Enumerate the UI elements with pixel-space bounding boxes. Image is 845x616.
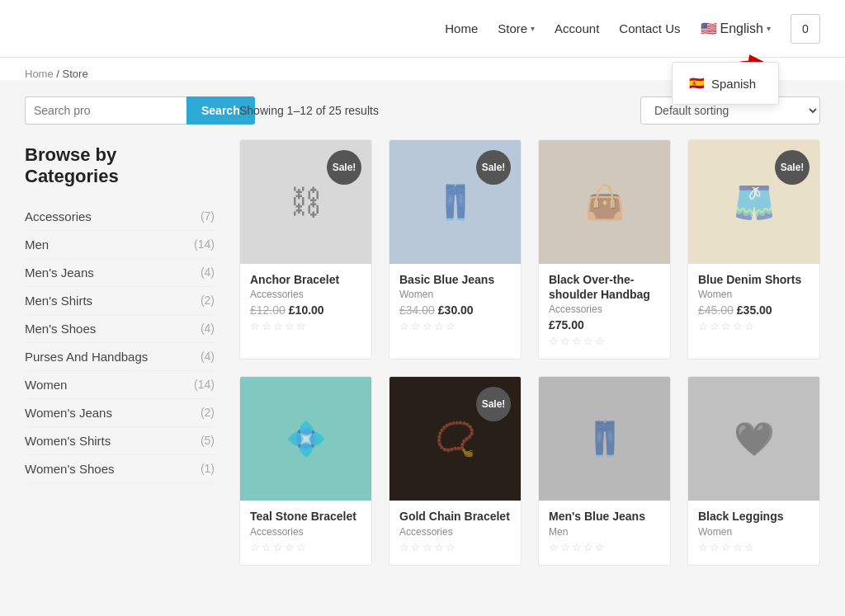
sidebar-item-mens-shoes[interactable]: Men's Shoes(4) (25, 315, 215, 343)
sidebar-item-accessories[interactable]: Accessories(7) (25, 203, 215, 231)
product-name: Gold Chain Bracelet (399, 509, 511, 524)
product-stars: ☆☆☆☆☆ (549, 335, 660, 347)
product-name: Black Over-the-shoulder Handbag (549, 272, 660, 302)
product-image: 🖤 (688, 377, 819, 501)
category-count: (5) (201, 434, 215, 447)
product-icon: 👖 (584, 420, 625, 458)
nav-store[interactable]: Store ▾ (498, 21, 535, 35)
product-info: Anchor Bracelet Accessories £12.00£10.00… (240, 264, 371, 344)
category-count: (1) (201, 462, 215, 475)
nav-account[interactable]: Account (555, 21, 599, 35)
price-new: £10.00 (289, 303, 324, 317)
category-list: Accessories(7)Men(14)Men's Jeans(4)Men's… (25, 203, 215, 483)
nav-contact[interactable]: Contact Us (619, 21, 680, 35)
category-count: (4) (201, 266, 215, 279)
product-icon: ⛓ (290, 184, 323, 221)
product-stars: ☆☆☆☆☆ (250, 320, 361, 332)
sidebar: Search Browse by Categories Accessories(… (25, 96, 215, 566)
product-info: Basic Blue Jeans Women £34.00£30.00 ☆☆☆☆… (389, 264, 521, 344)
category-count: (4) (201, 322, 215, 335)
category-label: Women's Jeans (25, 406, 112, 420)
product-category: Men (549, 526, 660, 538)
spanish-label: Spanish (711, 77, 756, 91)
price-new: £35.00 (737, 303, 772, 317)
sale-badge: Sale! (476, 150, 511, 185)
sidebar-item-womens-shoes[interactable]: Women's Shoes(1) (25, 455, 215, 483)
product-name: Men's Blue Jeans (549, 509, 660, 524)
sidebar-item-womens-jeans[interactable]: Women's Jeans(2) (25, 399, 215, 427)
product-grid: ⛓ Sale! Anchor Bracelet Accessories £12.… (239, 139, 820, 566)
language-popup: 🇪🇸 Spanish (672, 62, 779, 105)
store-chevron-icon: ▾ (531, 24, 535, 33)
product-stars: ☆☆☆☆☆ (399, 541, 511, 553)
product-icon: 📿 (435, 420, 476, 458)
breadcrumb-current: Store (63, 68, 88, 80)
price-new: £30.00 (438, 303, 474, 317)
product-category: Women (399, 289, 511, 300)
category-count: (7) (201, 209, 215, 223)
product-card-anchor-bracelet[interactable]: ⛓ Sale! Anchor Bracelet Accessories £12.… (239, 139, 372, 360)
current-language: English (720, 21, 763, 36)
breadcrumb-home[interactable]: Home (25, 68, 54, 80)
nav-home[interactable]: Home (445, 21, 478, 35)
search-input[interactable] (25, 96, 186, 125)
product-stars: ☆☆☆☆☆ (698, 541, 810, 553)
product-icon: 🖤 (734, 420, 775, 458)
sidebar-item-women[interactable]: Women(14) (25, 371, 215, 399)
price-old: £12.00 (250, 303, 286, 317)
search-bar: Search (25, 96, 215, 125)
category-count: (14) (194, 378, 215, 391)
product-card-black-handbag[interactable]: 👜 Black Over-the-shoulder Handbag Access… (538, 139, 671, 360)
product-name: Blue Denim Shorts (698, 272, 810, 287)
sidebar-item-purses[interactable]: Purses And Handbags(4) (25, 343, 215, 371)
product-icon: 🩳 (734, 183, 775, 222)
product-stars: ☆☆☆☆☆ (399, 320, 511, 332)
category-label: Men's Jeans (25, 266, 94, 280)
sale-badge: Sale! (775, 150, 810, 185)
product-category: Accessories (250, 289, 361, 300)
price-single: £75.00 (549, 318, 584, 332)
cart-count: 0 (802, 22, 809, 35)
category-label: Women's Shoes (25, 462, 114, 476)
spanish-flag: 🇪🇸 (689, 76, 705, 91)
sidebar-item-mens-shirts[interactable]: Men's Shirts(2) (25, 287, 215, 315)
product-category: Accessories (549, 303, 660, 315)
product-info: Teal Stone Bracelet Accessories ☆☆☆☆☆ (240, 501, 371, 564)
category-count: (4) (201, 350, 215, 363)
main-layout: Search Browse by Categories Accessories(… (0, 80, 845, 582)
product-stars: ☆☆☆☆☆ (549, 541, 660, 553)
sidebar-item-womens-shirts[interactable]: Women's Shirts(5) (25, 427, 215, 455)
product-card-blue-denim-shorts[interactable]: 🩳 Sale! Blue Denim Shorts Women £45.00£3… (687, 139, 820, 360)
lang-chevron-icon: ▾ (767, 24, 771, 33)
results-text: Showing 1–12 of 25 results (239, 104, 379, 117)
language-dropdown[interactable]: 🇺🇸 English ▾ 🇪🇸 Spanish (701, 21, 771, 36)
product-card-teal-bracelet[interactable]: 💠 Teal Stone Bracelet Accessories ☆☆☆☆☆ (239, 376, 372, 565)
product-category: Accessories (399, 526, 511, 538)
products-area: Showing 1–12 of 25 results Default sorti… (239, 96, 820, 566)
category-count: (14) (194, 237, 215, 251)
lang-option-spanish[interactable]: 🇪🇸 Spanish (689, 73, 762, 94)
category-count: (2) (201, 406, 215, 419)
product-category: Women (698, 289, 810, 300)
product-stars: ☆☆☆☆☆ (250, 541, 361, 553)
product-card-leggings[interactable]: 🖤 Black Leggings Women ☆☆☆☆☆ (687, 376, 820, 565)
product-image: 👖 (539, 377, 670, 501)
category-label: Accessories (25, 209, 92, 223)
current-flag: 🇺🇸 (701, 21, 717, 36)
cart-button[interactable]: 0 (791, 14, 820, 44)
product-info: Gold Chain Bracelet Accessories ☆☆☆☆☆ (389, 501, 521, 564)
sidebar-item-mens-jeans[interactable]: Men's Jeans(4) (25, 259, 215, 287)
product-card-basic-blue-jeans[interactable]: 👖 Sale! Basic Blue Jeans Women £34.00£30… (389, 139, 522, 360)
product-info: Black Over-the-shoulder Handbag Accessor… (539, 264, 670, 359)
price-old: £45.00 (698, 303, 734, 317)
category-label: Men's Shoes (25, 322, 96, 336)
product-name: Basic Blue Jeans (399, 272, 511, 287)
product-category: Accessories (250, 526, 361, 538)
category-count: (2) (201, 294, 215, 307)
product-card-man-jeans[interactable]: 👖 Men's Blue Jeans Men ☆☆☆☆☆ (538, 376, 671, 565)
product-name: Teal Stone Bracelet (250, 509, 361, 524)
category-label: Women (25, 378, 67, 392)
store-label: Store (498, 21, 527, 35)
sidebar-item-men[interactable]: Men(14) (25, 231, 215, 259)
product-card-gold-bracelet[interactable]: 📿 Sale! Gold Chain Bracelet Accessories … (389, 376, 522, 565)
